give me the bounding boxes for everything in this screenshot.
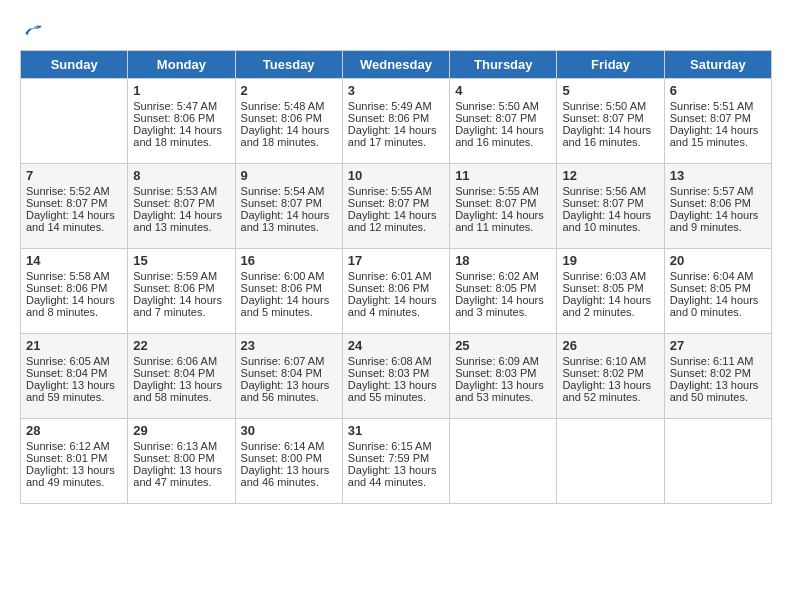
day-info-line: Daylight: 13 hours xyxy=(348,379,444,391)
day-info-line: and 49 minutes. xyxy=(26,476,122,488)
day-info-line: Sunset: 8:06 PM xyxy=(26,282,122,294)
day-info-line: and 18 minutes. xyxy=(241,136,337,148)
day-number: 23 xyxy=(241,338,337,353)
calendar-cell: 3Sunrise: 5:49 AMSunset: 8:06 PMDaylight… xyxy=(342,79,449,164)
day-info-line: and 44 minutes. xyxy=(348,476,444,488)
calendar-cell: 28Sunrise: 6:12 AMSunset: 8:01 PMDayligh… xyxy=(21,419,128,504)
day-info-line: and 53 minutes. xyxy=(455,391,551,403)
calendar-cell: 24Sunrise: 6:08 AMSunset: 8:03 PMDayligh… xyxy=(342,334,449,419)
calendar-cell: 7Sunrise: 5:52 AMSunset: 8:07 PMDaylight… xyxy=(21,164,128,249)
weekday-header-friday: Friday xyxy=(557,51,664,79)
day-info-line: Sunset: 8:07 PM xyxy=(348,197,444,209)
calendar-cell xyxy=(664,419,771,504)
calendar-cell: 14Sunrise: 5:58 AMSunset: 8:06 PMDayligh… xyxy=(21,249,128,334)
day-info-line: and 0 minutes. xyxy=(670,306,766,318)
page-header xyxy=(20,20,772,40)
day-info-line: Sunrise: 6:14 AM xyxy=(241,440,337,452)
day-info-line: Sunrise: 6:02 AM xyxy=(455,270,551,282)
day-number: 8 xyxy=(133,168,229,183)
day-number: 4 xyxy=(455,83,551,98)
day-number: 18 xyxy=(455,253,551,268)
day-info-line: Daylight: 13 hours xyxy=(455,379,551,391)
day-info-line: Daylight: 14 hours xyxy=(670,209,766,221)
calendar-cell: 18Sunrise: 6:02 AMSunset: 8:05 PMDayligh… xyxy=(450,249,557,334)
day-number: 7 xyxy=(26,168,122,183)
day-number: 12 xyxy=(562,168,658,183)
day-number: 28 xyxy=(26,423,122,438)
day-info-line: Sunset: 8:06 PM xyxy=(241,112,337,124)
day-info-line: and 16 minutes. xyxy=(562,136,658,148)
day-info-line: Sunrise: 5:47 AM xyxy=(133,100,229,112)
day-info-line: and 47 minutes. xyxy=(133,476,229,488)
calendar-cell: 21Sunrise: 6:05 AMSunset: 8:04 PMDayligh… xyxy=(21,334,128,419)
day-info-line: Sunrise: 6:05 AM xyxy=(26,355,122,367)
day-info-line: Sunrise: 5:54 AM xyxy=(241,185,337,197)
day-info-line: Sunrise: 5:55 AM xyxy=(348,185,444,197)
day-info-line: and 15 minutes. xyxy=(670,136,766,148)
day-info-line: Sunrise: 6:12 AM xyxy=(26,440,122,452)
calendar-cell xyxy=(21,79,128,164)
calendar-cell: 11Sunrise: 5:55 AMSunset: 8:07 PMDayligh… xyxy=(450,164,557,249)
day-info-line: Sunrise: 5:58 AM xyxy=(26,270,122,282)
day-info-line: Sunrise: 6:08 AM xyxy=(348,355,444,367)
calendar-cell: 30Sunrise: 6:14 AMSunset: 8:00 PMDayligh… xyxy=(235,419,342,504)
day-info-line: and 11 minutes. xyxy=(455,221,551,233)
day-info-line: Daylight: 14 hours xyxy=(26,209,122,221)
day-info-line: Daylight: 14 hours xyxy=(26,294,122,306)
day-info-line: Sunrise: 5:59 AM xyxy=(133,270,229,282)
day-number: 27 xyxy=(670,338,766,353)
day-info-line: and 8 minutes. xyxy=(26,306,122,318)
day-info-line: Sunset: 8:03 PM xyxy=(455,367,551,379)
day-info-line: Sunrise: 6:01 AM xyxy=(348,270,444,282)
calendar-cell: 19Sunrise: 6:03 AMSunset: 8:05 PMDayligh… xyxy=(557,249,664,334)
calendar-cell: 4Sunrise: 5:50 AMSunset: 8:07 PMDaylight… xyxy=(450,79,557,164)
day-info-line: Sunset: 8:04 PM xyxy=(26,367,122,379)
day-info-line: and 5 minutes. xyxy=(241,306,337,318)
calendar-cell: 1Sunrise: 5:47 AMSunset: 8:06 PMDaylight… xyxy=(128,79,235,164)
day-info-line: and 18 minutes. xyxy=(133,136,229,148)
day-info-line: Daylight: 14 hours xyxy=(241,294,337,306)
day-info-line: Daylight: 14 hours xyxy=(455,209,551,221)
day-info-line: and 14 minutes. xyxy=(26,221,122,233)
calendar-cell: 26Sunrise: 6:10 AMSunset: 8:02 PMDayligh… xyxy=(557,334,664,419)
day-info-line: Sunset: 8:06 PM xyxy=(348,112,444,124)
day-info-line: and 13 minutes. xyxy=(241,221,337,233)
day-info-line: and 50 minutes. xyxy=(670,391,766,403)
day-info-line: Sunset: 8:02 PM xyxy=(562,367,658,379)
day-info-line: Sunset: 8:07 PM xyxy=(562,197,658,209)
weekday-header-thursday: Thursday xyxy=(450,51,557,79)
day-info-line: Sunrise: 6:03 AM xyxy=(562,270,658,282)
day-number: 14 xyxy=(26,253,122,268)
day-info-line: Sunset: 8:06 PM xyxy=(670,197,766,209)
day-number: 25 xyxy=(455,338,551,353)
day-info-line: Daylight: 14 hours xyxy=(133,124,229,136)
day-info-line: Sunset: 8:00 PM xyxy=(241,452,337,464)
day-info-line: Sunset: 8:05 PM xyxy=(562,282,658,294)
day-info-line: Sunrise: 5:49 AM xyxy=(348,100,444,112)
calendar-cell xyxy=(450,419,557,504)
day-number: 1 xyxy=(133,83,229,98)
calendar-cell: 25Sunrise: 6:09 AMSunset: 8:03 PMDayligh… xyxy=(450,334,557,419)
logo xyxy=(20,20,42,40)
logo-bird-icon xyxy=(22,20,42,40)
day-info-line: Daylight: 14 hours xyxy=(348,294,444,306)
day-number: 19 xyxy=(562,253,658,268)
calendar-week-row: 1Sunrise: 5:47 AMSunset: 8:06 PMDaylight… xyxy=(21,79,772,164)
day-info-line: Daylight: 13 hours xyxy=(670,379,766,391)
day-info-line: Sunrise: 6:00 AM xyxy=(241,270,337,282)
day-number: 21 xyxy=(26,338,122,353)
day-info-line: Sunset: 8:03 PM xyxy=(348,367,444,379)
day-number: 6 xyxy=(670,83,766,98)
weekday-header-sunday: Sunday xyxy=(21,51,128,79)
day-info-line: Daylight: 14 hours xyxy=(562,294,658,306)
day-info-line: Sunrise: 6:09 AM xyxy=(455,355,551,367)
weekday-header-tuesday: Tuesday xyxy=(235,51,342,79)
day-info-line: Sunset: 8:04 PM xyxy=(133,367,229,379)
day-info-line: Daylight: 14 hours xyxy=(241,124,337,136)
calendar-cell: 16Sunrise: 6:00 AMSunset: 8:06 PMDayligh… xyxy=(235,249,342,334)
day-info-line: Sunrise: 5:53 AM xyxy=(133,185,229,197)
day-number: 2 xyxy=(241,83,337,98)
calendar-cell: 8Sunrise: 5:53 AMSunset: 8:07 PMDaylight… xyxy=(128,164,235,249)
calendar-cell: 10Sunrise: 5:55 AMSunset: 8:07 PMDayligh… xyxy=(342,164,449,249)
day-number: 9 xyxy=(241,168,337,183)
